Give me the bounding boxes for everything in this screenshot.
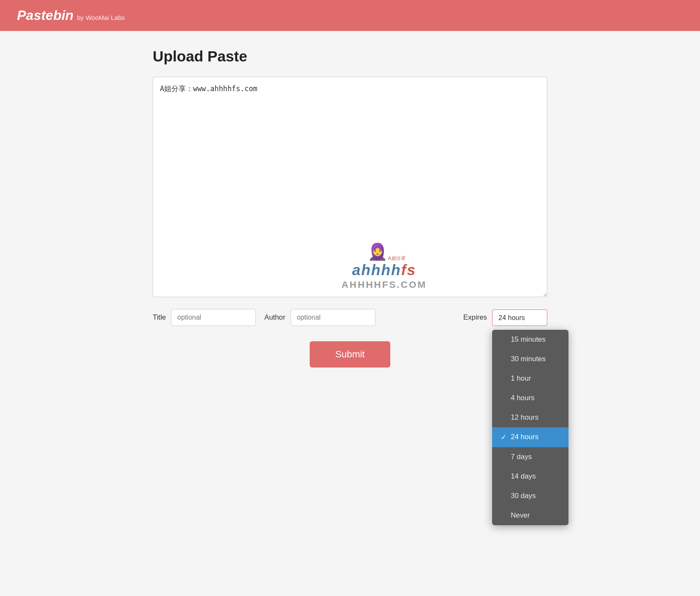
submit-button[interactable]: Submit [310, 341, 390, 368]
dropdown-item[interactable]: 4 hours [492, 388, 568, 408]
paste-wrapper: 🧕 A姐分享 ahhhh fs AHHHHFS.COM [153, 77, 547, 299]
author-input[interactable] [291, 309, 375, 326]
expires-dropdown[interactable]: 15 minutes30 minutes1 hour4 hours12 hour… [492, 330, 568, 525]
title-group: Title [153, 309, 256, 326]
author-group: Author [264, 309, 375, 326]
dropdown-item[interactable]: 12 hours [492, 408, 568, 427]
dropdown-item[interactable]: 30 days [492, 486, 568, 506]
brand-sub: by WooMai Labs [77, 14, 125, 21]
dropdown-item[interactable]: 15 minutes [492, 330, 568, 349]
dropdown-item[interactable]: 30 minutes [492, 349, 568, 369]
paste-textarea[interactable] [153, 77, 547, 297]
expires-group: Expires 15 minutes30 minutes1 hour4 hour… [463, 309, 547, 326]
expires-wrapper: 15 minutes30 minutes1 hour4 hours12 hour… [492, 309, 547, 326]
dropdown-item[interactable]: 14 days [492, 467, 568, 486]
site-header: Pastebin by WooMai Labs [0, 0, 700, 31]
dropdown-item[interactable]: 7 days [492, 447, 568, 467]
expires-select[interactable]: 15 minutes30 minutes1 hour4 hours12 hour… [492, 309, 547, 326]
brand-name: Pastebin [17, 8, 73, 23]
title-input[interactable] [171, 309, 256, 326]
author-label: Author [264, 313, 285, 322]
expires-label: Expires [463, 313, 487, 322]
dropdown-item[interactable]: 1 hour [492, 369, 568, 388]
main-content: Upload Paste 🧕 A姐分享 ahhhh fs AHHHHFS.COM… [127, 31, 573, 384]
submit-row: Submit [153, 341, 547, 368]
page-title: Upload Paste [153, 48, 547, 65]
title-label: Title [153, 313, 166, 322]
brand: Pastebin by WooMai Labs [17, 8, 125, 23]
dropdown-item[interactable]: Never [492, 506, 568, 525]
dropdown-item[interactable]: ✓24 hours [492, 427, 568, 447]
form-row: Title Author Expires 15 minutes30 minute… [153, 309, 547, 326]
